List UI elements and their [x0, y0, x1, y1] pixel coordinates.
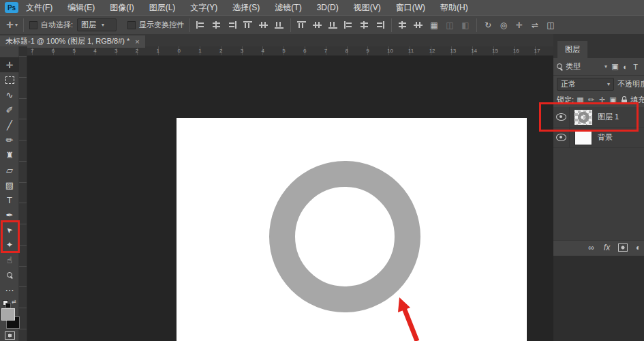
rectangular-marquee-tool[interactable]: [0, 72, 19, 87]
ring-shape: [269, 161, 420, 312]
menu-item[interactable]: 文件(F): [18, 0, 60, 15]
show-transform-checkbox[interactable]: [127, 21, 136, 29]
3d-roll-icon[interactable]: ◎: [498, 20, 509, 31]
menu-items: 文件(F)编辑(E)图像(I)图层(L)文字(Y)选择(S)滤镜(T)3D(D)…: [18, 0, 476, 15]
align-center-v-icon[interactable]: [258, 20, 269, 31]
lasso-tool[interactable]: ∿: [0, 87, 19, 102]
layers-panel-tab[interactable]: 图层: [557, 41, 587, 58]
visibility-toggle[interactable]: [553, 128, 570, 147]
more-tools[interactable]: ⋯: [0, 282, 19, 297]
3d-rotate-icon[interactable]: ↻: [482, 20, 493, 31]
default-colors-control[interactable]: ⇄: [3, 299, 16, 307]
layer-filter-row: 类型 ▾ ▣◐T: [553, 58, 644, 76]
lock-pixels-icon[interactable]: ✏: [587, 94, 596, 105]
foreground-color-swatch[interactable]: [1, 308, 15, 321]
bottom-icons: ∞fx◐: [585, 242, 644, 253]
quick-selection-tool[interactable]: ✐: [0, 102, 19, 117]
panel-bottom-bar: ∞fx◐: [553, 240, 644, 254]
filter-type-label[interactable]: 类型: [566, 61, 581, 72]
layer-row[interactable]: 背景: [553, 128, 644, 148]
adjustment-layer-icon[interactable]: ◐: [632, 242, 644, 253]
swap-colors-icon[interactable]: ⇄: [12, 299, 16, 305]
3d-camera-icon[interactable]: ◫: [545, 20, 556, 31]
brush-tool[interactable]: ✏: [0, 132, 19, 147]
distribute-bottom-icon[interactable]: [328, 20, 339, 31]
distribute-left-icon[interactable]: [343, 20, 354, 31]
custom-shape-tool[interactable]: ✦: [0, 237, 19, 252]
blend-mode-row: 正常 ▾ 不透明度:: [553, 76, 644, 92]
clone-stamp-tool[interactable]: ♜: [0, 147, 19, 162]
filter-adjustment-icon[interactable]: ◐: [620, 61, 630, 72]
type-tool[interactable]: T: [0, 192, 19, 207]
filter-pixel-icon[interactable]: ▣: [610, 61, 620, 72]
lock-artboard-icon[interactable]: ▣: [609, 94, 617, 105]
align-top-icon[interactable]: [243, 20, 254, 31]
ruler-number: 2: [136, 48, 138, 54]
distribute-top-icon: [297, 21, 306, 29]
auto-select-dropdown[interactable]: 图层 ▾: [77, 18, 117, 31]
menu-item[interactable]: 3D(D): [309, 0, 346, 15]
move-tool-option-icon[interactable]: ✛ ▾: [6, 20, 18, 30]
ruler-number: 4: [261, 48, 264, 54]
distribute-right-icon[interactable]: [375, 20, 386, 31]
path-selection-tool[interactable]: ➤: [0, 222, 19, 237]
transform-mode-icon[interactable]: ◧: [460, 20, 471, 31]
lock-position-icon[interactable]: ✛: [598, 94, 607, 105]
document-tab[interactable]: 未标题-1 @ 100% (图层 1, RGB/8#) * ×: [0, 35, 145, 48]
menu-item[interactable]: 帮助(H): [433, 0, 476, 15]
menu-item[interactable]: 图层(L): [142, 0, 183, 15]
distribute-center-v-icon[interactable]: [312, 20, 323, 31]
3d-slide-icon[interactable]: ⇌: [530, 20, 540, 31]
visibility-toggle[interactable]: [553, 107, 570, 127]
menu-item[interactable]: 窗口(W): [388, 0, 433, 15]
eyedropper-tool[interactable]: ╱: [0, 117, 19, 132]
chevron-down-icon[interactable]: ▾: [604, 63, 607, 70]
3d-pan-icon[interactable]: ✛: [514, 20, 525, 31]
lock-transparency-icon[interactable]: ▦: [576, 94, 585, 105]
auto-select-checkbox[interactable]: [29, 21, 37, 29]
blend-mode-dropdown[interactable]: 正常 ▾: [557, 78, 614, 91]
show-transform-label: 显示变换控件: [139, 20, 184, 30]
tools: ✛∿✐╱✏♜▱▨T✒➤✦☝⋯: [0, 57, 18, 297]
align-bottom-icon[interactable]: [274, 20, 285, 31]
hand-tool[interactable]: ☝: [0, 252, 19, 267]
menu-item[interactable]: 选择(S): [225, 0, 267, 15]
layer-thumbnail[interactable]: [574, 110, 592, 125]
layers-panel: 图层 类型 ▾ ▣◐T 正常 ▾ 不透明度: 锁定: ▦✏✛▣ 填充: 图层 1…: [553, 34, 644, 341]
eraser-tool[interactable]: ▱: [0, 162, 19, 177]
align-right-icon[interactable]: [227, 20, 238, 31]
layer-name: 图层 1: [598, 112, 619, 122]
align-top-icon: [243, 21, 252, 29]
auto-align-icon[interactable]: ▦: [429, 20, 440, 31]
close-tab-icon[interactable]: ×: [135, 38, 139, 46]
distribute-v-space-icon[interactable]: [413, 20, 424, 31]
distribute-center-h-icon[interactable]: [359, 20, 370, 31]
menu-item[interactable]: 滤镜(T): [267, 0, 309, 15]
lock-all-icon[interactable]: [619, 94, 628, 105]
layer-thumbnail[interactable]: [574, 130, 592, 145]
layer-effects-icon[interactable]: fx: [601, 242, 613, 253]
menu-bar: Ps 文件(F)编辑(E)图像(I)图层(L)文字(Y)选择(S)滤镜(T)3D…: [0, 0, 644, 15]
quick-mask-mode-icon[interactable]: [5, 331, 15, 340]
link-layers-icon[interactable]: ∞: [585, 242, 597, 253]
ruler-number: 4: [93, 48, 96, 54]
menu-item[interactable]: 编辑(E): [60, 0, 102, 15]
pen-tool[interactable]: ✒: [0, 207, 19, 222]
gradient-tool[interactable]: ▨: [0, 177, 19, 192]
type-tool-icon: T: [7, 196, 12, 205]
zoom-tool[interactable]: [0, 267, 19, 282]
ruler-number: 3: [114, 48, 117, 54]
warp-mode-icon[interactable]: ◫: [444, 20, 455, 31]
align-left-icon[interactable]: [196, 20, 206, 31]
distribute-top-icon[interactable]: [296, 20, 307, 31]
align-center-h-icon[interactable]: [211, 20, 222, 31]
menu-item[interactable]: 图像(I): [102, 0, 141, 15]
filter-type-icon[interactable]: T: [630, 61, 641, 72]
layer-row[interactable]: 图层 1: [553, 107, 644, 128]
distribute-h-space-icon[interactable]: [397, 20, 408, 31]
move-tool[interactable]: ✛: [0, 57, 19, 72]
menu-item[interactable]: 视图(V): [346, 0, 388, 15]
menu-item[interactable]: 文字(Y): [183, 0, 225, 15]
layer-mask-icon[interactable]: [617, 242, 628, 253]
ruler-number: 1: [198, 48, 201, 54]
